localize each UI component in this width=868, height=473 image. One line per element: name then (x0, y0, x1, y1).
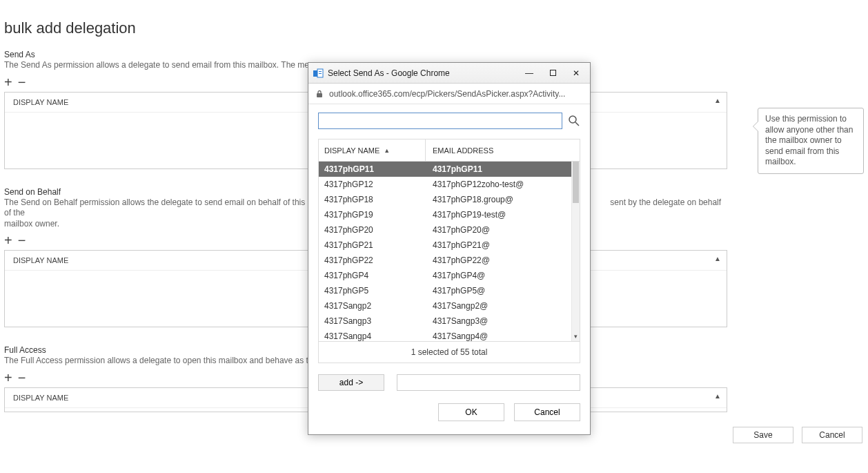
save-button[interactable]: Save (733, 427, 793, 443)
table-row[interactable]: 4317phGP214317phGP21@ (319, 238, 580, 253)
remove-icon[interactable]: − (18, 75, 26, 89)
remove-icon[interactable]: − (18, 233, 26, 247)
lock-icon (315, 90, 324, 98)
cell-email: 4317phGP18.group@ (426, 195, 571, 204)
cell-email: 4317phGP22@ (426, 255, 571, 265)
column-header-display-name[interactable]: DISPLAY NAME ▲ (319, 139, 426, 161)
minimize-button[interactable]: — (520, 66, 539, 80)
svg-line-6 (575, 122, 579, 126)
search-input[interactable] (318, 113, 562, 129)
scroll-down-icon[interactable]: ▾ (572, 333, 580, 340)
page-title: bulk add delegation (4, 19, 868, 37)
window-title: Select Send As - Google Chrome (328, 68, 515, 78)
add-target-input[interactable] (397, 374, 580, 391)
cell-display-name: 4317Sangp3 (319, 316, 426, 326)
svg-rect-2 (319, 71, 322, 72)
permission-tooltip: Use this permission to allow anyone othe… (758, 108, 864, 174)
svg-rect-0 (313, 70, 317, 77)
scroll-thumb[interactable] (573, 162, 579, 203)
table-row[interactable]: 4317phGP184317phGP18.group@ (319, 192, 580, 207)
close-button[interactable]: ✕ (566, 66, 586, 80)
add-button[interactable]: add -> (318, 374, 384, 391)
scrollbar[interactable]: ▾ (571, 162, 580, 341)
cell-display-name: 4317phGP22 (319, 255, 426, 265)
cell-display-name: 4317phGP5 (319, 286, 426, 296)
cell-email: 4317phGP21@ (426, 240, 571, 250)
select-send-as-dialog: Select Send As - Google Chrome — ✕ outlo… (308, 62, 591, 435)
cell-email: 4317phGP20@ (426, 225, 571, 235)
add-icon[interactable]: + (4, 371, 12, 385)
cell-email: 4317phGP4@ (426, 271, 571, 280)
cancel-button[interactable]: Cancel (802, 427, 862, 443)
add-icon[interactable]: + (4, 233, 12, 247)
table-row[interactable]: 4317phGP224317phGP22@ (319, 253, 580, 268)
address-text: outlook.office365.com/ecp/Pickers/SendAs… (329, 89, 583, 99)
table-row[interactable]: 4317phGP124317phGP12zoho-test@ (319, 177, 580, 192)
cell-display-name: 4317phGP18 (319, 195, 426, 204)
address-bar: outlook.office365.com/ecp/Pickers/SendAs… (308, 84, 590, 104)
svg-point-5 (569, 116, 576, 123)
cell-display-name: 4317Sangp4 (319, 331, 426, 341)
cell-email: 4317phGP12zoho-test@ (426, 180, 571, 189)
add-icon[interactable]: + (4, 75, 12, 89)
cell-email: 4317phGP11 (426, 164, 571, 174)
dialog-cancel-button[interactable]: Cancel (514, 403, 580, 421)
cell-display-name: 4317phGP19 (319, 210, 426, 220)
cell-display-name: 4317phGP20 (319, 225, 426, 235)
table-row[interactable]: 4317phGP114317phGP11 (319, 162, 580, 177)
table-row[interactable]: 4317phGP54317phGP5@ (319, 283, 580, 298)
search-icon[interactable] (568, 115, 580, 127)
section-heading: Send As (4, 50, 727, 59)
table-row[interactable]: 4317phGP44317phGP4@ (319, 268, 580, 283)
table-row[interactable]: 4317phGP204317phGP20@ (319, 222, 580, 238)
sort-asc-icon: ▲ (384, 147, 390, 154)
table-row[interactable]: 4317phGP194317phGP19-test@ (319, 207, 580, 222)
ok-button[interactable]: OK (438, 403, 504, 421)
sort-caret-icon[interactable]: ▲ (714, 392, 721, 400)
remove-icon[interactable]: − (18, 371, 26, 385)
cell-email: 4317phGP5@ (426, 286, 571, 296)
table-row[interactable]: 4317Sangp24317Sangp2@ (319, 298, 580, 313)
cell-email: 4317Sangp2@ (426, 301, 571, 311)
table-row[interactable]: 4317Sangp34317Sangp3@ (319, 313, 580, 329)
cell-display-name: 4317Sangp2 (319, 301, 426, 311)
maximize-button[interactable] (543, 66, 562, 80)
cell-email: 4317phGP19-test@ (426, 210, 571, 220)
cell-display-name: 4317phGP21 (319, 240, 426, 250)
grid-status: 1 selected of 55 total (319, 341, 580, 363)
grid-header: DISPLAY NAME ▲ EMAIL ADDRESS (319, 139, 580, 162)
app-icon (313, 68, 324, 79)
window-titlebar: Select Send As - Google Chrome — ✕ (308, 63, 590, 84)
cell-display-name: 4317phGP12 (319, 180, 426, 189)
svg-rect-4 (317, 93, 322, 97)
cell-display-name: 4317phGP4 (319, 271, 426, 280)
column-header-email[interactable]: EMAIL ADDRESS (426, 146, 580, 155)
grid-body[interactable]: 4317phGP114317phGP114317phGP124317phGP12… (319, 162, 580, 341)
cell-display-name: 4317phGP11 (319, 164, 426, 174)
cell-email: 4317Sangp3@ (426, 316, 571, 326)
sort-caret-icon[interactable]: ▲ (714, 255, 721, 262)
sort-caret-icon[interactable]: ▲ (714, 97, 721, 104)
cell-email: 4317Sangp4@ (426, 331, 571, 341)
table-row[interactable]: 4317Sangp44317Sangp4@ (319, 329, 580, 341)
picker-grid: DISPLAY NAME ▲ EMAIL ADDRESS 4317phGP114… (318, 139, 580, 363)
svg-rect-3 (319, 73, 322, 74)
